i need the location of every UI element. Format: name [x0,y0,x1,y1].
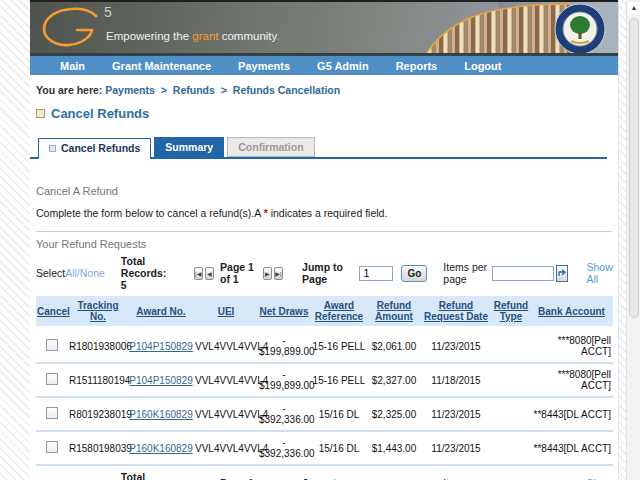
cell-award-no-link[interactable]: P160K160829 [129,409,192,420]
cell-uei: VVL4VVL4VVL4 [194,328,258,363]
nav-item-grant-maintenance[interactable]: Grant Maintenance [112,60,211,72]
cell-request-date: 11/18/2015 [420,363,492,397]
tab-summary[interactable]: Summary [154,137,224,157]
cell-bank-account: ***8080[Pell ACCT] [530,363,613,397]
cell-request-date: 11/23/2015 [420,397,492,431]
row-checkbox[interactable] [46,407,58,419]
tagline-prefix: Empowering the [106,30,192,42]
select-none-link[interactable]: None [80,267,105,279]
table-row: R1580198039 P160K160829 VVL4VVL4VVL4 - $… [36,431,613,465]
cell-tracking-no: R8019238019 [68,397,128,431]
table-row: R8019238019 P160K160829 VVL4VVL4VVL4 - $… [36,397,613,431]
cell-bank-account: **8443[DL ACCT] [530,431,613,465]
section-divider [36,231,612,232]
column-header-uei[interactable]: UEI [194,296,258,328]
cell-refund-amount: $2,325.00 [368,397,420,431]
nav-item-main[interactable]: Main [60,60,85,72]
last-page-icon[interactable]: ▶| [274,267,283,280]
breadcrumb-prefix: You are here: [36,84,102,96]
row-checkbox[interactable] [46,373,58,385]
items-per-page-apply-icon[interactable] [556,265,568,282]
column-header-refund-type[interactable]: Refund Type [492,296,530,328]
page-title-row: Cancel Refunds [36,106,618,121]
page-title: Cancel Refunds [51,106,149,121]
cell-bank-account: **8443[DL ACCT] [530,397,613,431]
nav-item-g5-admin[interactable]: G5 Admin [317,60,369,72]
column-header-bank-account[interactable]: Bank Account [530,296,613,328]
cell-net-draws: - $392,336.00 [258,397,310,431]
show-all-link[interactable]: Show All [586,261,613,285]
column-header-award-no[interactable]: Award No. [128,296,194,328]
main-content: Cancel A Refund Complete the form below … [30,185,618,480]
breadcrumb-separator: > [221,84,227,96]
pagination-top: SelectAll/None Total Records: 5 |◀ ◀ Pag… [36,255,613,291]
column-header-refund-request-date[interactable]: Refund Request Date [420,296,492,328]
g5-logo-g-swoosh [40,6,100,50]
nav-item-reports[interactable]: Reports [396,60,438,72]
library-books-art [422,2,572,55]
refund-requests-table: Cancel Tracking No. Award No. UEI Net Dr… [36,296,613,466]
page-title-icon [36,109,45,118]
jump-to-page-input[interactable] [359,266,393,281]
go-button[interactable]: Go [401,265,427,282]
browser-page: f(x)∫(x,0)dx 5 [30,0,619,480]
tab-cancel-refunds-icon [49,145,56,152]
row-checkbox[interactable] [46,339,58,351]
previous-page-icon[interactable]: ◀ [205,267,214,280]
cell-refund-amount: $2,061.00 [368,328,420,363]
table-row: R1511180194 P104P150829 VVL4VVL4VVL4 - $… [36,363,613,397]
cell-tracking-no: R1511180194 [68,363,128,397]
vertical-scrollbar[interactable]: ▲ [626,0,640,480]
column-header-award-reference[interactable]: Award Reference [310,296,368,328]
brand-tagline: Empowering the grant community. [106,30,280,42]
cell-award-reference: 15/16 DL [310,431,368,465]
scrollbar-thumb[interactable] [629,18,639,318]
main-navigation-bar: Main Grant Maintenance Payments G5 Admin… [30,55,618,75]
breadcrumb-link-refunds[interactable]: Refunds [173,84,215,96]
cell-award-no-link[interactable]: P104P150829 [129,375,192,386]
tagline-suffix: community [219,30,277,42]
form-instruction: Complete the form below to cancel a refu… [36,207,612,219]
tab-bar: Cancel Refunds Summary Confirmation [38,137,618,157]
cell-award-reference: 15/16 DL [310,397,368,431]
cell-tracking-no: R1801938006 [68,328,128,363]
breadcrumb: You are here: Payments > Refunds > Refun… [36,84,618,96]
cell-award-no-link[interactable]: P104P150829 [129,341,192,352]
table-row: R1801938006 P104P150829 VVL4VVL4VVL4 - $… [36,328,613,363]
department-of-education-seal [554,3,606,55]
breadcrumb-link-refunds-cancellation[interactable]: Refunds Cancellation [233,84,340,96]
cell-net-draws: - $392,336.00 [258,431,310,465]
cell-request-date: 11/23/2015 [420,328,492,363]
row-checkbox[interactable] [46,441,58,453]
cell-award-no-link[interactable]: P160K160829 [129,443,192,454]
nav-item-payments[interactable]: Payments [238,60,290,72]
next-page-icon[interactable]: ▶ [263,267,272,280]
column-header-refund-amount[interactable]: Refund Amount [368,296,420,328]
tab-cancel-refunds-label: Cancel Refunds [61,142,140,154]
breadcrumb-link-payments[interactable]: Payments [105,84,155,96]
cell-net-draws: - $199,899.00 [258,363,310,397]
cell-refund-amount: $1,443.00 [368,431,420,465]
tab-confirmation: Confirmation [227,137,314,157]
app-banner: f(x)∫(x,0)dx 5 [30,0,618,55]
column-header-net-draws[interactable]: Net Draws [258,296,310,328]
cell-refund-type [492,328,530,363]
total-records: Total Records: 5 [121,255,175,291]
cell-request-date: 11/23/2015 [420,431,492,465]
table-header-row: Cancel Tracking No. Award No. UEI Net Dr… [36,296,613,328]
desktop-background: { "brand": { "logo_sup": "5", "tagline_p… [0,0,640,480]
instruction-prefix: Complete the form below to cancel a refu… [36,207,264,219]
column-header-cancel[interactable]: Cancel [36,296,68,328]
breadcrumb-separator: > [161,84,167,96]
items-per-page-input[interactable] [492,266,554,281]
tab-cancel-refunds[interactable]: Cancel Refunds [38,138,151,159]
cell-award-reference: 15-16 PELL [310,328,368,363]
nav-item-logout[interactable]: Logout [464,60,501,72]
column-header-tracking-no[interactable]: Tracking No. [68,296,128,328]
select-all-link[interactable]: All [65,267,77,279]
first-page-icon[interactable]: |◀ [194,267,203,280]
cancel-refund-section-title: Cancel A Refund [36,185,612,197]
scrollbar-up-arrow-icon[interactable]: ▲ [628,2,640,14]
cell-refund-type [492,363,530,397]
instruction-suffix: indicates a required field. [268,207,388,219]
